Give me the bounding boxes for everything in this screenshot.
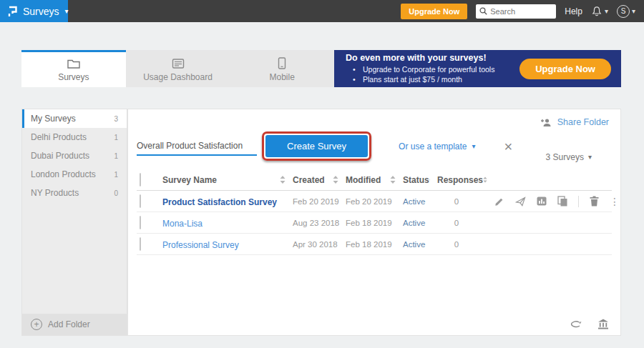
status-badge[interactable]: Active — [403, 197, 437, 206]
tab-label: Surveys — [58, 72, 89, 82]
folder-label: London Products — [31, 169, 96, 179]
sort-icon[interactable] — [390, 176, 396, 184]
app-menu[interactable]: Surveys ▾ — [0, 0, 68, 22]
help-link[interactable]: Help — [565, 6, 582, 16]
sort-icon[interactable] — [483, 176, 487, 184]
upgrade-promo-banner: Do even more with your surveys! Upgrade … — [334, 50, 621, 87]
sidebar-item-ny-products[interactable]: NY Products 0 — [22, 184, 127, 202]
sidebar-item-dubai-products[interactable]: Dubai Products 1 — [22, 146, 127, 165]
table-header-row: Survey Name Created Modified Status Resp… — [137, 169, 612, 191]
upgrade-now-button[interactable]: Upgrade Now — [401, 4, 467, 19]
chevron-down-icon: ▾ — [632, 8, 635, 15]
header-label: Status — [403, 175, 429, 185]
folder-label: Delhi Products — [31, 132, 87, 142]
sidebar-item-my-surveys[interactable]: My Surveys 3 — [22, 109, 127, 128]
section-tabs: Surveys Usage Dashboard Mobile — [21, 50, 334, 87]
search-input[interactable] — [490, 7, 547, 16]
search-box[interactable] — [476, 4, 556, 19]
sidebar-item-delhi-products[interactable]: Delhi Products 1 — [22, 128, 127, 146]
share-folder-button[interactable]: Share Folder — [540, 117, 609, 127]
folder-count: 0 — [114, 189, 118, 197]
tab-label: Usage Dashboard — [143, 72, 213, 82]
header-label: Modified — [346, 175, 381, 185]
share-person-icon — [540, 118, 552, 127]
tab-mobile[interactable]: Mobile — [230, 50, 334, 87]
dashboard-icon — [171, 58, 185, 69]
avatar: S — [617, 5, 630, 18]
folder-label: NY Products — [31, 188, 79, 198]
tab-usage-dashboard[interactable]: Usage Dashboard — [126, 50, 230, 87]
promo-bullet: Upgrade to Corporate for powerful tools — [346, 64, 519, 74]
folder-count: 1 — [114, 152, 118, 160]
header-responses[interactable]: Responses — [437, 175, 494, 185]
row-checkbox[interactable] — [140, 194, 141, 208]
chevron-down-icon: ▾ — [588, 154, 592, 161]
sort-icon[interactable] — [429, 176, 430, 184]
responses-count: 0 — [437, 197, 494, 206]
status-badge[interactable]: Active — [403, 219, 437, 227]
folder-label: Dubai Products — [31, 151, 89, 161]
divider — [578, 196, 579, 207]
table-row: Professional Survey Apr 30 2018 Feb 18 2… — [137, 234, 612, 255]
topbar-actions: Upgrade Now Help ▾ S ▾ — [401, 4, 644, 19]
add-folder-button[interactable]: + Add Folder — [22, 314, 127, 335]
folder-count: 1 — [114, 134, 118, 141]
close-icon[interactable]: × — [504, 139, 513, 154]
tab-label: Mobile — [270, 72, 295, 82]
surveys-table: Survey Name Created Modified Status Resp… — [137, 169, 612, 255]
banner-upgrade-button[interactable]: Upgrade Now — [519, 59, 611, 79]
delete-trash-icon[interactable] — [590, 196, 599, 207]
top-navigation-bar: Surveys ▾ Upgrade Now Help ▾ — [0, 0, 644, 22]
created-date: Apr 30 2018 — [293, 240, 346, 249]
survey-name-input[interactable] — [137, 137, 257, 156]
more-options-icon[interactable]: ⋮ — [610, 197, 620, 207]
app-menu-label: Surveys — [23, 6, 59, 17]
folder-count: 1 — [114, 171, 118, 179]
account-menu[interactable]: S ▾ — [617, 5, 635, 18]
header-status[interactable]: Status — [403, 175, 437, 185]
folder-count: 3 — [114, 115, 118, 123]
tab-surveys[interactable]: Surveys — [21, 50, 126, 87]
sidebar-item-london-products[interactable]: London Products 1 — [22, 165, 127, 184]
surveys-count-dropdown[interactable]: 3 Surveys ▾ — [546, 152, 592, 162]
status-badge[interactable]: Active — [403, 240, 437, 249]
surveys-count-label: 3 Surveys — [546, 152, 584, 162]
copy-duplicate-icon[interactable] — [557, 196, 567, 207]
reports-bar-chart-icon[interactable] — [537, 197, 547, 206]
use-template-dropdown[interactable]: Or use a template ▾ — [399, 141, 475, 151]
chevron-down-icon: ▾ — [605, 8, 608, 15]
chevron-down-icon: ▾ — [472, 143, 475, 150]
notifications-menu[interactable]: ▾ — [591, 6, 608, 17]
mobile-phone-icon — [278, 57, 286, 69]
header-modified[interactable]: Modified — [346, 175, 403, 185]
created-date: Feb 20 2019 — [293, 197, 346, 206]
sort-icon[interactable] — [280, 176, 286, 184]
survey-link[interactable]: Professional Survey — [162, 240, 239, 250]
header-survey-name[interactable]: Survey Name — [162, 175, 293, 185]
send-paper-plane-icon[interactable] — [515, 197, 526, 207]
header-created[interactable]: Created — [293, 175, 346, 185]
create-survey-bar: Create Survey Or use a template ▾ × — [137, 131, 512, 161]
bell-icon — [591, 6, 602, 17]
modified-date: Feb 18 2019 — [346, 240, 403, 249]
created-date: Aug 23 2018 — [293, 219, 346, 227]
row-checkbox[interactable] — [140, 237, 141, 251]
archive-bank-icon[interactable] — [597, 319, 609, 329]
edit-pencil-icon[interactable] — [494, 197, 504, 207]
folder-label: My Surveys — [31, 114, 76, 124]
promo-text: Do even more with your surveys! Upgrade … — [346, 53, 519, 84]
restore-loop-arrow-icon[interactable] — [570, 320, 582, 329]
modified-date: Feb 18 2019 — [346, 219, 403, 227]
survey-link[interactable]: Mona-Lisa — [162, 219, 203, 229]
create-survey-button[interactable]: Create Survey — [265, 135, 368, 157]
sort-icon[interactable] — [333, 176, 338, 184]
share-folder-label: Share Folder — [557, 117, 609, 127]
header-label: Created — [293, 175, 325, 185]
row-checkbox[interactable] — [140, 216, 141, 229]
promo-bullet: Plans start at just $75 / month — [346, 74, 519, 84]
promo-title: Do even more with your surveys! — [346, 53, 519, 63]
folders-sidebar: My Surveys 3 Delhi Products 1 Dubai Prod… — [21, 109, 127, 336]
add-folder-label: Add Folder — [48, 319, 90, 329]
select-all-checkbox[interactable] — [140, 173, 141, 187]
survey-link[interactable]: Product Satisfaction Survey — [162, 197, 277, 207]
